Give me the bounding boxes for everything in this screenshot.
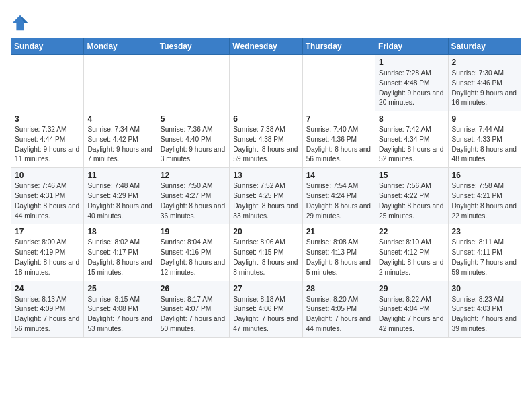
calendar-cell: 16Sunrise: 7:58 AM Sunset: 4:21 PM Dayli… [448,168,521,224]
day-number: 27 [233,284,298,293]
calendar-cell: 15Sunrise: 7:56 AM Sunset: 4:22 PM Dayli… [375,168,448,224]
calendar-cell: 13Sunrise: 7:52 AM Sunset: 4:25 PM Dayli… [230,168,302,224]
col-header-saturday: Saturday [448,38,521,55]
calendar-cell: 27Sunrise: 8:18 AM Sunset: 4:06 PM Dayli… [230,281,302,337]
calendar-table: SundayMondayTuesdayWednesdayThursdayFrid… [11,38,521,338]
calendar-cell: 21Sunrise: 8:08 AM Sunset: 4:13 PM Dayli… [302,224,375,281]
day-number: 1 [379,58,444,67]
week-row-4: 17Sunrise: 8:00 AM Sunset: 4:19 PM Dayli… [11,224,521,281]
day-number: 8 [379,114,444,124]
day-number: 18 [87,227,152,236]
day-number: 24 [15,284,80,293]
day-number: 16 [452,171,517,180]
day-number: 19 [161,227,226,236]
calendar-cell [84,55,157,111]
day-info: Sunrise: 7:54 AM Sunset: 4:24 PM Dayligh… [306,181,371,221]
day-info: Sunrise: 8:10 AM Sunset: 4:12 PM Dayligh… [379,238,444,277]
day-info: Sunrise: 7:32 AM Sunset: 4:44 PM Dayligh… [15,125,80,165]
calendar-cell: 3Sunrise: 7:32 AM Sunset: 4:44 PM Daylig… [11,111,84,168]
day-info: Sunrise: 7:42 AM Sunset: 4:34 PM Dayligh… [379,125,444,165]
day-info: Sunrise: 7:34 AM Sunset: 4:42 PM Dayligh… [87,125,152,165]
calendar-cell: 12Sunrise: 7:50 AM Sunset: 4:27 PM Dayli… [157,168,229,224]
day-info: Sunrise: 7:58 AM Sunset: 4:21 PM Dayligh… [452,181,517,221]
day-info: Sunrise: 7:56 AM Sunset: 4:22 PM Dayligh… [379,181,444,221]
day-number: 14 [306,171,371,180]
day-info: Sunrise: 8:22 AM Sunset: 4:04 PM Dayligh… [379,295,444,334]
day-info: Sunrise: 8:20 AM Sunset: 4:05 PM Dayligh… [306,295,371,334]
calendar-cell: 28Sunrise: 8:20 AM Sunset: 4:05 PM Dayli… [302,281,375,337]
day-number: 13 [233,171,298,180]
calendar-cell: 25Sunrise: 8:15 AM Sunset: 4:08 PM Dayli… [84,281,157,337]
calendar-cell: 22Sunrise: 8:10 AM Sunset: 4:12 PM Dayli… [375,224,448,281]
calendar-cell: 4Sunrise: 7:34 AM Sunset: 4:42 PM Daylig… [84,111,157,168]
col-header-monday: Monday [84,38,157,55]
calendar-cell: 18Sunrise: 8:02 AM Sunset: 4:17 PM Dayli… [84,224,157,281]
day-number: 25 [87,284,152,293]
calendar-cell: 8Sunrise: 7:42 AM Sunset: 4:34 PM Daylig… [375,111,448,168]
calendar-cell: 10Sunrise: 7:46 AM Sunset: 4:31 PM Dayli… [11,168,84,224]
week-row-5: 24Sunrise: 8:13 AM Sunset: 4:09 PM Dayli… [11,281,521,337]
day-number: 4 [87,114,152,124]
day-info: Sunrise: 7:50 AM Sunset: 4:27 PM Dayligh… [161,181,226,221]
day-info: Sunrise: 8:15 AM Sunset: 4:08 PM Dayligh… [87,295,152,334]
calendar-cell: 11Sunrise: 7:48 AM Sunset: 4:29 PM Dayli… [84,168,157,224]
calendar-cell: 7Sunrise: 7:40 AM Sunset: 4:36 PM Daylig… [302,111,375,168]
day-info: Sunrise: 8:00 AM Sunset: 4:19 PM Dayligh… [15,238,80,277]
day-number: 15 [379,171,444,180]
week-row-3: 10Sunrise: 7:46 AM Sunset: 4:31 PM Dayli… [11,168,521,224]
day-info: Sunrise: 7:36 AM Sunset: 4:40 PM Dayligh… [161,125,226,165]
day-number: 2 [452,58,517,67]
logo-icon [11,13,30,32]
day-number: 23 [452,227,517,236]
day-number: 30 [452,284,517,293]
calendar-cell: 30Sunrise: 8:23 AM Sunset: 4:03 PM Dayli… [448,281,521,337]
calendar-cell: 24Sunrise: 8:13 AM Sunset: 4:09 PM Dayli… [11,281,84,337]
day-number: 20 [233,227,298,236]
day-number: 26 [161,284,226,293]
calendar-cell [11,55,84,111]
calendar-cell [230,55,302,111]
calendar-cell: 5Sunrise: 7:36 AM Sunset: 4:40 PM Daylig… [157,111,229,168]
calendar-cell [302,55,375,111]
calendar-cell: 17Sunrise: 8:00 AM Sunset: 4:19 PM Dayli… [11,224,84,281]
day-info: Sunrise: 7:38 AM Sunset: 4:38 PM Dayligh… [233,125,298,165]
calendar-cell: 20Sunrise: 8:06 AM Sunset: 4:15 PM Dayli… [230,224,302,281]
day-number: 11 [87,171,152,180]
week-row-1: 1Sunrise: 7:28 AM Sunset: 4:48 PM Daylig… [11,55,521,111]
col-header-friday: Friday [375,38,448,55]
day-number: 6 [233,114,298,124]
calendar-cell: 26Sunrise: 8:17 AM Sunset: 4:07 PM Dayli… [157,281,229,337]
day-number: 21 [306,227,371,236]
calendar-cell: 29Sunrise: 8:22 AM Sunset: 4:04 PM Dayli… [375,281,448,337]
day-info: Sunrise: 7:40 AM Sunset: 4:36 PM Dayligh… [306,125,371,165]
day-info: Sunrise: 8:23 AM Sunset: 4:03 PM Dayligh… [452,295,517,334]
day-number: 3 [15,114,80,124]
day-number: 5 [161,114,226,124]
col-header-thursday: Thursday [302,38,375,55]
calendar-cell: 2Sunrise: 7:30 AM Sunset: 4:46 PM Daylig… [448,55,521,111]
day-info: Sunrise: 8:11 AM Sunset: 4:11 PM Dayligh… [452,238,517,277]
page: SundayMondayTuesdayWednesdayThursdayFrid… [0,0,532,345]
calendar-cell: 9Sunrise: 7:44 AM Sunset: 4:33 PM Daylig… [448,111,521,168]
calendar-cell: 23Sunrise: 8:11 AM Sunset: 4:11 PM Dayli… [448,224,521,281]
day-info: Sunrise: 7:44 AM Sunset: 4:33 PM Dayligh… [452,125,517,165]
day-info: Sunrise: 8:02 AM Sunset: 4:17 PM Dayligh… [87,238,152,277]
logo [11,13,32,32]
day-number: 29 [379,284,444,293]
day-number: 10 [15,171,80,180]
day-number: 28 [306,284,371,293]
calendar-cell: 19Sunrise: 8:04 AM Sunset: 4:16 PM Dayli… [157,224,229,281]
day-info: Sunrise: 8:18 AM Sunset: 4:06 PM Dayligh… [233,295,298,334]
col-header-wednesday: Wednesday [230,38,302,55]
day-info: Sunrise: 8:04 AM Sunset: 4:16 PM Dayligh… [161,238,226,277]
header [11,11,521,32]
day-info: Sunrise: 8:13 AM Sunset: 4:09 PM Dayligh… [15,295,80,334]
calendar-cell: 14Sunrise: 7:54 AM Sunset: 4:24 PM Dayli… [302,168,375,224]
day-info: Sunrise: 8:08 AM Sunset: 4:13 PM Dayligh… [306,238,371,277]
day-info: Sunrise: 7:28 AM Sunset: 4:48 PM Dayligh… [379,68,444,108]
calendar-cell: 1Sunrise: 7:28 AM Sunset: 4:48 PM Daylig… [375,55,448,111]
calendar-cell [157,55,229,111]
day-info: Sunrise: 8:17 AM Sunset: 4:07 PM Dayligh… [161,295,226,334]
week-row-2: 3Sunrise: 7:32 AM Sunset: 4:44 PM Daylig… [11,111,521,168]
day-number: 7 [306,114,371,124]
